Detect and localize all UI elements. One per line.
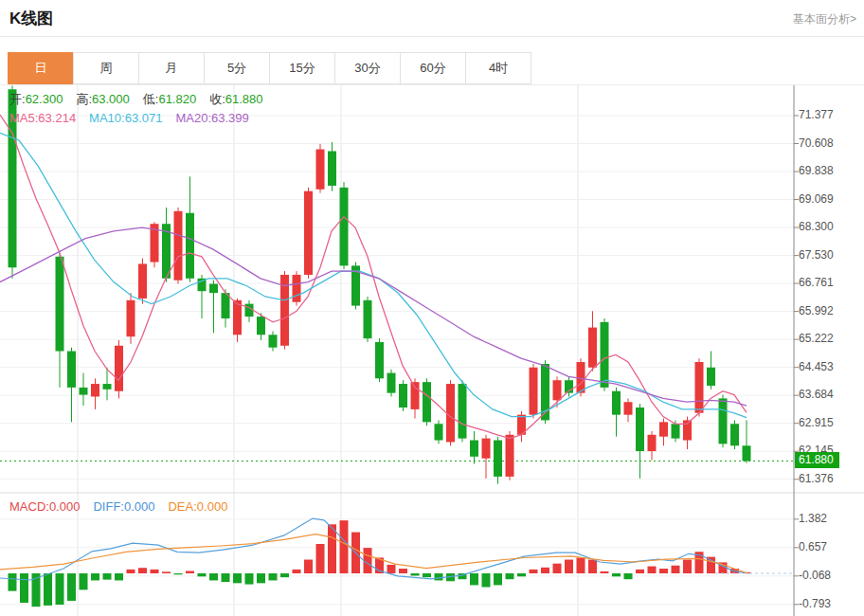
candle[interactable] (138, 259, 147, 304)
price-axis-label: 68.300 (799, 220, 834, 233)
tab-week[interactable]: 周 (73, 52, 139, 84)
macd-bar (257, 573, 265, 583)
legend-ohlc-low: 低:61.820 (143, 92, 196, 106)
legend-macd-macd: MACD:0.000 (9, 499, 80, 514)
price-axis-label: 63.684 (799, 388, 834, 401)
candle[interactable] (209, 281, 218, 334)
candle[interactable] (269, 331, 278, 351)
candle[interactable] (423, 378, 431, 426)
macd-bar (565, 560, 573, 573)
candle[interactable] (517, 411, 526, 443)
price-axis-label: 65.222 (799, 332, 834, 345)
macd-bar (103, 573, 112, 580)
candle[interactable] (399, 380, 407, 411)
candle[interactable] (470, 431, 478, 464)
ma20-line (0, 227, 747, 406)
candle[interactable] (482, 435, 491, 479)
last-price-badge: 61.880 (795, 452, 839, 468)
candle[interactable] (612, 388, 621, 437)
candles (9, 85, 751, 483)
candle[interactable] (636, 404, 644, 479)
candle[interactable] (730, 420, 739, 449)
candle[interactable] (162, 208, 171, 282)
candle[interactable] (67, 348, 76, 423)
candle[interactable] (245, 300, 254, 322)
candle[interactable] (743, 420, 751, 462)
tab-4hour[interactable]: 4时 (465, 52, 531, 84)
macd-bar (209, 573, 218, 580)
macd-bar (470, 573, 478, 585)
candle[interactable] (351, 263, 360, 310)
candle[interactable] (80, 373, 88, 407)
legend-macd-dea: DEA:0.000 (168, 499, 227, 514)
candle[interactable] (494, 437, 502, 484)
candle[interactable] (411, 378, 420, 418)
macd-bar (411, 573, 420, 575)
macd-bar (233, 573, 242, 583)
macd-bars (9, 520, 751, 607)
macd-bar (541, 568, 549, 573)
kline-chart[interactable] (0, 85, 864, 616)
tab-15min[interactable]: 15分 (269, 52, 335, 84)
macd-bar (553, 564, 562, 573)
price-axis-label: 61.376 (799, 472, 834, 485)
candle[interactable] (446, 380, 455, 445)
candle[interactable] (659, 419, 668, 446)
legend-ohlc-open: 开:62.300 (9, 92, 63, 106)
candle[interactable] (293, 271, 301, 305)
grid (0, 85, 864, 616)
candle[interactable] (316, 144, 325, 193)
period-tab-bar: 日周月5分15分30分60分4时 (8, 52, 531, 84)
macd-bar (435, 573, 443, 580)
macd-bar (577, 557, 585, 573)
candle[interactable] (375, 338, 384, 382)
candle[interactable] (707, 352, 715, 390)
macd-bar (198, 573, 207, 576)
macd-axis-label: -0.793 (799, 597, 831, 610)
candle[interactable] (624, 398, 633, 422)
candle[interactable] (127, 293, 135, 344)
candle[interactable] (719, 395, 728, 448)
candle[interactable] (328, 142, 336, 191)
candle[interactable] (648, 431, 657, 461)
macd-bar (648, 567, 657, 573)
tab-month[interactable]: 月 (138, 52, 205, 84)
candle[interactable] (541, 360, 549, 424)
macd-axis-label: 0.657 (799, 540, 827, 553)
macd-bar (601, 571, 609, 573)
macd-axis-label: 1.382 (799, 512, 827, 525)
candle[interactable] (459, 380, 467, 442)
tab-60min[interactable]: 60分 (400, 52, 466, 84)
tab-30min[interactable]: 30分 (334, 52, 401, 84)
macd-bar (245, 573, 254, 585)
macd-bar (80, 573, 88, 589)
candle[interactable] (364, 297, 372, 342)
tab-day[interactable]: 日 (8, 52, 74, 84)
tab-5min[interactable]: 5分 (204, 52, 270, 84)
fundamental-analysis-link[interactable]: 基本面分析> (793, 11, 856, 27)
title-divider (0, 36, 864, 37)
candle[interactable] (304, 188, 313, 279)
macd-bar (151, 570, 159, 573)
macd-bar (387, 565, 396, 573)
candle[interactable] (387, 370, 396, 397)
macd-bar (174, 573, 183, 574)
macd-bar (482, 573, 491, 587)
macd-bar (304, 560, 313, 573)
candle[interactable] (280, 271, 289, 349)
candle[interactable] (588, 311, 597, 371)
candle[interactable] (115, 340, 123, 398)
macd-bar (280, 573, 289, 577)
candle[interactable] (174, 208, 183, 284)
candle[interactable] (91, 378, 99, 409)
macd-bar (67, 573, 76, 601)
candle[interactable] (186, 176, 194, 281)
macd-bar (127, 570, 135, 573)
macd-bar (364, 548, 372, 573)
candle[interactable] (695, 358, 704, 416)
candle[interactable] (340, 182, 349, 269)
price-axis-label: 67.530 (799, 248, 834, 262)
legend-ma-ma20: MA20:63.399 (175, 111, 248, 125)
candle[interactable] (530, 364, 538, 419)
macd-bar (293, 570, 301, 573)
